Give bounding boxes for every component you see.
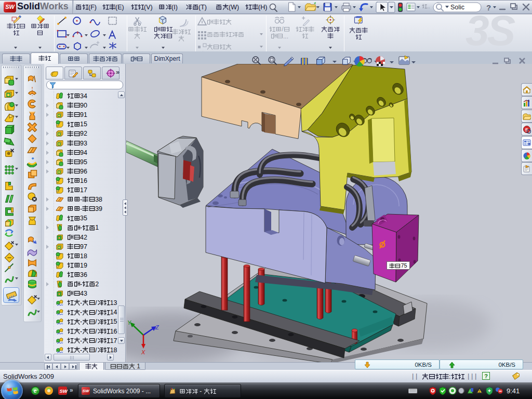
svg-text:!: ! (479, 390, 480, 393)
svg-text:e: e (34, 388, 37, 394)
svg-text:Solic: Solic (450, 4, 464, 11)
svg-text:»: » (70, 387, 73, 394)
svg-text:SW: SW (60, 388, 68, 394)
svg-text:Z: Z (155, 324, 159, 330)
svg-text:X: X (141, 349, 145, 355)
svg-text:Y: Y (127, 320, 131, 326)
svg-text:S: S (525, 127, 528, 132)
